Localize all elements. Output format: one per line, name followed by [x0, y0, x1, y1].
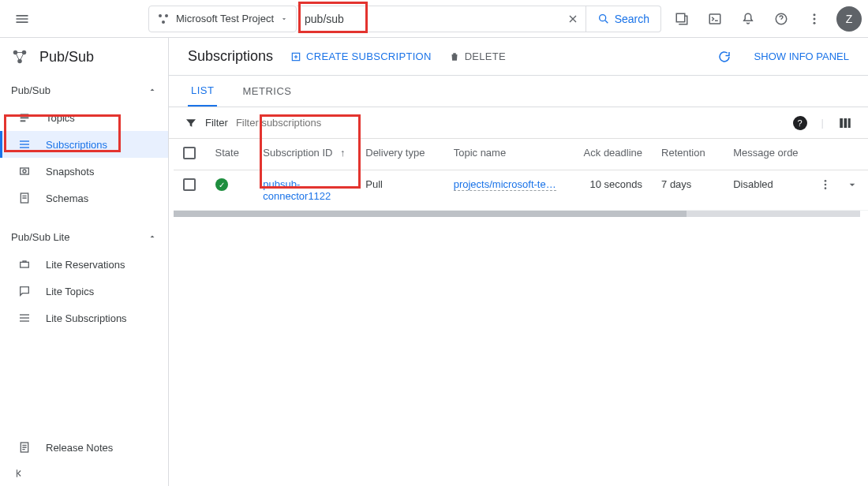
horizontal-scrollbar[interactable]	[174, 211, 860, 217]
topbar-actions: Z	[666, 3, 862, 35]
table: State Subscription ID ↑ Delivery type To…	[169, 139, 868, 217]
svg-rect-4	[709, 14, 720, 24]
svg-point-11	[17, 59, 22, 64]
svg-rect-28	[844, 118, 847, 128]
page-title: Subscriptions	[188, 48, 273, 65]
svg-point-6	[814, 13, 816, 16]
state-ok-icon: ✓	[215, 178, 228, 191]
sidebar: Pub/Sub Pub/Sub Topics Subscriptions Sna…	[0, 38, 169, 486]
topic-link[interactable]: projects/microsoft-te…	[454, 178, 556, 191]
sidebar-collapse-icon[interactable]	[0, 461, 168, 486]
svg-rect-13	[21, 117, 29, 118]
sidebar-item-subscriptions[interactable]: Subscriptions	[0, 131, 168, 158]
row-more-icon[interactable]	[819, 178, 832, 191]
sidebar-release-notes[interactable]: Release Notes	[0, 434, 168, 461]
plus-icon	[290, 51, 301, 62]
col-topic[interactable]: Topic name	[444, 139, 572, 170]
search-input[interactable]	[297, 6, 560, 32]
svg-point-31	[825, 184, 827, 186]
show-info-panel-button[interactable]: SHOW INFO PANEL	[754, 50, 849, 62]
cell-order: Disabled	[724, 170, 809, 211]
search-box: Search	[297, 6, 661, 32]
sidebar-item-lite-subscriptions[interactable]: Lite Subscriptions	[0, 305, 168, 331]
svg-point-7	[814, 17, 816, 20]
filter-bar: Filter ? |	[169, 107, 868, 139]
sidebar-item-lite-topics[interactable]: Lite Topics	[0, 278, 168, 305]
search-icon	[597, 13, 610, 25]
col-retention[interactable]: Retention	[652, 139, 724, 170]
svg-point-19	[23, 170, 26, 173]
cell-ack: 10 seconds	[572, 170, 652, 211]
clear-search-icon[interactable]	[560, 6, 586, 32]
cell-delivery: Pull	[356, 170, 443, 211]
svg-rect-12	[21, 114, 29, 115]
svg-rect-22	[20, 314, 29, 315]
svg-rect-24	[20, 320, 29, 321]
svg-point-3	[599, 14, 605, 21]
list-icon	[17, 312, 32, 324]
schemas-icon	[17, 192, 32, 204]
pubsub-icon	[11, 48, 28, 65]
col-order[interactable]: Message orde	[724, 139, 809, 170]
chevron-up-icon	[148, 232, 157, 241]
svg-rect-17	[20, 147, 29, 148]
col-state[interactable]: State	[206, 139, 254, 170]
refresh-icon[interactable]	[712, 44, 737, 69]
snapshots-icon	[17, 165, 32, 178]
filter-input[interactable]	[236, 117, 785, 129]
nav-section-pubsub-lite[interactable]: Pub/Sub Lite	[0, 222, 168, 251]
page-header: Subscriptions CREATE SUBSCRIPTION DELETE…	[169, 38, 868, 76]
svg-point-1	[165, 14, 168, 17]
cell-retention: 7 days	[652, 170, 724, 211]
assistant-icon[interactable]	[666, 3, 698, 35]
svg-rect-15	[20, 140, 29, 141]
svg-rect-29	[848, 118, 851, 128]
svg-rect-16	[20, 144, 29, 144]
sidebar-item-lite-reservations[interactable]: Lite Reservations	[0, 251, 168, 278]
svg-point-8	[814, 21, 816, 24]
topbar: Microsoft Test Project Search Z	[0, 0, 868, 38]
table-row[interactable]: ✓ pubsub-connector1122 Pull projects/mic…	[174, 170, 868, 211]
delete-button[interactable]: DELETE	[449, 50, 506, 62]
nav-section-pubsub[interactable]: Pub/Sub	[0, 76, 168, 104]
sidebar-item-schemas[interactable]: Schemas	[0, 185, 168, 211]
create-subscription-button[interactable]: CREATE SUBSCRIPTION	[290, 50, 432, 62]
chevron-down-icon	[280, 15, 288, 23]
tabs: LIST METRICS	[169, 76, 868, 107]
search-button[interactable]: Search	[586, 6, 660, 32]
select-all-checkbox[interactable]	[183, 147, 196, 159]
svg-rect-23	[20, 317, 29, 318]
col-delivery[interactable]: Delivery type	[356, 139, 443, 170]
service-header: Pub/Sub	[0, 38, 168, 76]
notifications-icon[interactable]	[732, 3, 764, 35]
tab-list[interactable]: LIST	[188, 75, 217, 107]
subscriptions-icon	[17, 138, 32, 151]
sidebar-item-snapshots[interactable]: Snapshots	[0, 158, 168, 185]
trash-icon	[449, 51, 460, 62]
avatar[interactable]: Z	[836, 6, 862, 32]
svg-point-2	[162, 21, 165, 24]
expand-row-icon[interactable]	[846, 178, 859, 191]
sidebar-item-topics[interactable]: Topics	[0, 104, 168, 131]
svg-rect-18	[21, 168, 29, 174]
tab-metrics[interactable]: METRICS	[239, 75, 294, 107]
svg-point-30	[825, 180, 827, 182]
columns-icon[interactable]	[838, 116, 852, 130]
svg-rect-27	[840, 118, 843, 128]
chevron-up-icon	[148, 85, 157, 95]
briefcase-icon	[17, 258, 32, 271]
more-icon[interactable]	[799, 3, 830, 35]
subscription-id-link[interactable]: pubsub-connector1122	[263, 178, 331, 202]
help-badge-icon[interactable]: ?	[793, 116, 807, 130]
svg-point-32	[825, 187, 827, 189]
cloud-shell-icon[interactable]	[699, 3, 731, 35]
sort-asc-icon: ↑	[340, 147, 346, 159]
col-ack[interactable]: Ack deadline	[572, 139, 652, 170]
help-icon[interactable]	[765, 3, 797, 35]
row-checkbox[interactable]	[183, 178, 196, 191]
svg-rect-21	[21, 262, 29, 267]
nodes-icon	[157, 13, 170, 25]
col-subscription-id[interactable]: Subscription ID ↑	[253, 139, 356, 170]
hamburger-menu-icon[interactable]	[6, 3, 38, 35]
project-picker[interactable]: Microsoft Test Project	[148, 6, 297, 32]
